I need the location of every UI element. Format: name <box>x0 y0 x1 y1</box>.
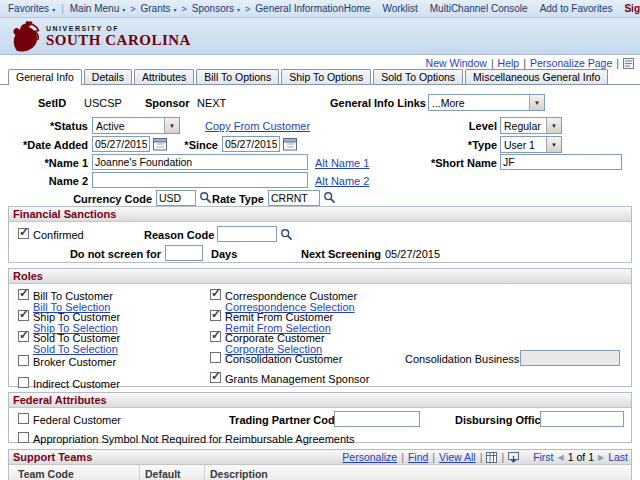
help-link[interactable]: Help <box>498 57 520 69</box>
support-teams-title: Support Teams <box>13 451 92 463</box>
disbursing-office-input[interactable] <box>540 411 624 427</box>
broker-customer-checkbox[interactable] <box>18 355 29 366</box>
calendar-icon[interactable] <box>153 137 167 151</box>
sign-out-link[interactable]: Sign out <box>624 3 640 14</box>
status-dropdown[interactable]: Active▼ <box>92 117 180 134</box>
tab-sold-to-options[interactable]: Sold To Options <box>373 69 463 84</box>
short-name-label: *Short Name <box>416 157 497 169</box>
calendar-icon[interactable] <box>283 137 297 151</box>
usc-gamecock-logo-icon <box>10 21 40 52</box>
chevron-down-icon: ▾ <box>52 6 55 13</box>
chevron-down-icon: ▾ <box>237 6 240 13</box>
dropdown-arrow-icon: ▼ <box>546 137 561 152</box>
grants-management-sponsor-checkbox[interactable] <box>210 372 221 383</box>
tab-misc-general-info[interactable]: Miscellaneous General Info <box>465 69 608 84</box>
general-info-links-dropdown[interactable]: ...More▼ <box>428 94 545 111</box>
consolidation-business-unit-input <box>520 350 620 366</box>
grid-column-headers: Team Code Default Description <box>9 465 631 480</box>
alt-name1-link[interactable]: Alt Name 1 <box>315 157 369 169</box>
since-label: *Since <box>168 139 218 151</box>
lookup-icon[interactable] <box>199 191 212 204</box>
bill-to-customer-checkbox[interactable] <box>18 289 29 300</box>
short-name-input[interactable] <box>500 154 622 170</box>
previous-row-icon[interactable]: ◀ <box>558 451 564 464</box>
since-input[interactable] <box>222 136 280 152</box>
financial-sanctions-section: Financial Sanctions Confirmed Reason Cod… <box>8 206 632 263</box>
grid-zoom-icon[interactable] <box>486 452 497 463</box>
breadcrumb-grants[interactable]: Grants ▾ <box>141 3 177 14</box>
logo-text: UNIVERSITY OF SOUTH CAROLINA <box>46 25 191 48</box>
support-teams-section: Support Teams Personalize | Find | View … <box>8 449 632 480</box>
currency-code-label: Currency Code <box>48 193 152 205</box>
rate-type-input[interactable] <box>268 190 320 206</box>
usc-logo: UNIVERSITY OF SOUTH CAROLINA <box>10 21 191 52</box>
next-row-icon[interactable]: ▶ <box>598 451 604 464</box>
add-to-favorites-link[interactable]: Add to Favorites <box>540 3 613 14</box>
sold-to-selection-link[interactable]: Sold To Selection <box>33 343 118 355</box>
tab-attributes[interactable]: Attributes <box>134 69 194 84</box>
reason-code-input[interactable] <box>217 226 277 242</box>
row-count: 1 of 1 <box>568 451 594 464</box>
trading-partner-code-input[interactable] <box>334 411 420 427</box>
logo-line1: UNIVERSITY OF <box>46 25 191 32</box>
lookup-icon[interactable] <box>323 191 336 204</box>
next-screening-value: 05/27/2015 <box>385 248 440 260</box>
grid-toolbar: Personalize | Find | View All | | First … <box>342 451 628 464</box>
date-added-input[interactable] <box>92 136 150 152</box>
column-team-code: Team Code <box>18 468 74 480</box>
new-window-link[interactable]: New Window <box>426 57 487 69</box>
download-grid-icon[interactable] <box>508 452 519 463</box>
tab-bill-to-options[interactable]: Bill To Options <box>196 69 279 84</box>
confirmed-label: Confirmed <box>33 229 84 241</box>
sponsor-value: NEXT <box>197 97 226 109</box>
financial-sanctions-header: Financial Sanctions <box>9 207 631 222</box>
logo-line2: SOUTH CAROLINA <box>46 32 191 48</box>
column-default: Default <box>145 468 181 480</box>
remit-from-customer-checkbox[interactable] <box>210 310 221 321</box>
federal-attributes-header: Federal Attributes <box>9 393 631 408</box>
copy-url-icon[interactable] <box>623 58 634 69</box>
multichannel-console-link[interactable]: MultiChannel Console <box>430 3 528 14</box>
personalize-page-link[interactable]: Personalize Page <box>530 57 612 69</box>
federal-customer-checkbox[interactable] <box>18 413 29 424</box>
type-dropdown[interactable]: User 1▼ <box>500 136 562 153</box>
personalize-grid-link[interactable]: Personalize <box>342 451 397 464</box>
breadcrumb-current-page: General Information <box>255 3 343 14</box>
breadcrumb-main-menu[interactable]: Main Menu ▾ <box>70 3 125 14</box>
view-all-link[interactable]: View All <box>439 451 476 464</box>
name2-input[interactable] <box>92 172 308 188</box>
setid-label: SetID <box>38 97 66 109</box>
confirmed-checkbox[interactable] <box>18 228 29 239</box>
level-dropdown[interactable]: Regular▼ <box>500 117 562 134</box>
name1-input[interactable] <box>92 154 308 170</box>
tab-details[interactable]: Details <box>84 69 132 84</box>
roles-header: Roles <box>9 269 631 284</box>
find-link[interactable]: Find <box>408 451 428 464</box>
tab-ship-to-options[interactable]: Ship To Options <box>281 69 371 84</box>
days-label: Days <box>211 248 237 260</box>
copy-from-customer-link[interactable]: Copy From Customer <box>205 120 310 132</box>
last-row-link[interactable]: Last <box>608 451 628 464</box>
ship-to-customer-checkbox[interactable] <box>18 310 29 321</box>
date-added-label: *Date Added <box>8 139 88 151</box>
tab-general-info[interactable]: General Info <box>8 69 82 85</box>
name1-label: *Name 1 <box>28 157 88 169</box>
indirect-customer-checkbox[interactable] <box>18 377 29 388</box>
worklist-link[interactable]: Worklist <box>382 3 417 14</box>
breadcrumb-bar: Favorites ▾ | Main Menu ▾ > Grants ▾ > S… <box>0 0 640 18</box>
favorites-menu[interactable]: Favorites ▾ <box>8 3 55 14</box>
lookup-icon[interactable] <box>280 228 293 241</box>
home-link[interactable]: Home <box>344 3 371 14</box>
reason-code-label: Reason Code <box>144 229 214 241</box>
consolidation-customer-checkbox[interactable] <box>210 352 221 363</box>
first-row-link[interactable]: First <box>533 451 553 464</box>
sold-to-customer-checkbox[interactable] <box>18 331 29 342</box>
correspondence-customer-checkbox[interactable] <box>210 289 221 300</box>
currency-code-input[interactable] <box>156 190 196 206</box>
do-not-screen-input[interactable] <box>165 245 203 261</box>
alt-name2-link[interactable]: Alt Name 2 <box>315 175 369 187</box>
breadcrumb-sponsors[interactable]: Sponsors ▾ <box>192 3 240 14</box>
appropriation-symbol-checkbox[interactable] <box>18 432 29 443</box>
dropdown-arrow-icon: ▼ <box>164 118 179 133</box>
corporate-customer-checkbox[interactable] <box>210 331 221 342</box>
